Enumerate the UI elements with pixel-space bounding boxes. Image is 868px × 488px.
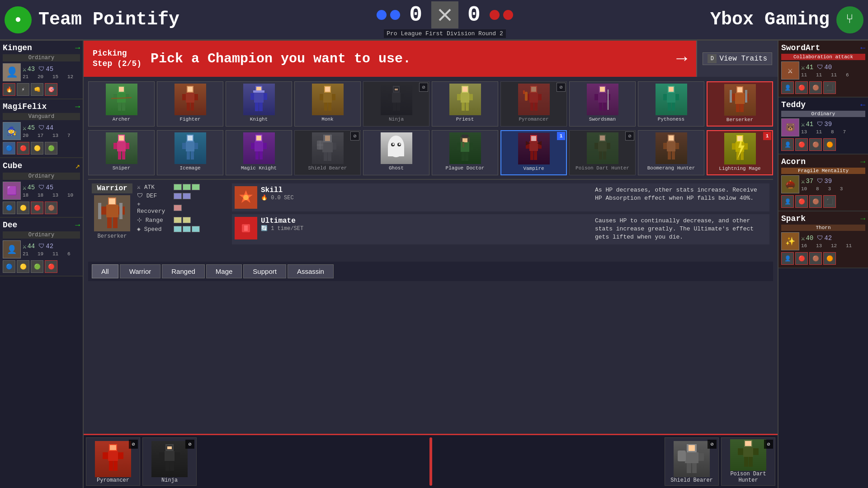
pick-count-lightning: 1 [763,132,771,140]
champion-name-plaguedoctor: Plague Doctor [446,165,485,171]
sub-avatar-3: 👊 [31,83,43,96]
sub-avatar-d-2: 🟡 [17,260,29,273]
filter-mage[interactable]: Mage [206,264,242,278]
ban-icon-shieldbearer: ⊘ [350,131,359,141]
score-vs [431,1,458,28]
sub-ac-2: 🔴 [795,195,808,208]
top-bar: ● Team Pointify 0 0 Pro League First Div… [0,0,868,41]
champion-icemage[interactable]: Icemage [157,130,223,175]
champion-boomeranghunter[interactable]: Boomerang Hunter [638,130,704,175]
sub-sa-3: 🟤 [809,81,822,94]
filter-support[interactable]: Support [243,264,286,278]
sub-td-1: 👤 [781,138,794,151]
player-card-kingen: Kingen → Ordinary 👤 ⚔ 43 🛡 45 21 20 15 1… [0,41,83,99]
sub-avatars-acorn: 👤 🔴 🟤 ⬛ [781,195,865,208]
filter-all[interactable]: All [92,264,118,278]
champion-lightningmage[interactable]: 1 Lightning Mage [707,130,773,175]
champion-grid-row1: Archer Fighter [88,81,773,127]
player-arrow-swordart: ← [860,43,865,52]
svg-rect-165 [119,203,123,219]
champion-priest[interactable]: Priest [432,81,498,127]
avatar-swordart: ⚔ [781,61,799,80]
sub-avatars-spark: 👤 🔴 🟤 🟠 [781,252,865,265]
champion-name-knight: Knight [250,117,268,122]
svg-rect-76 [740,104,744,112]
champion-plaguedoctor[interactable]: Plague Doctor [432,130,498,175]
ban-icon-pyromancer: ⊘ [557,83,566,92]
champion-magicknight[interactable]: Magic Knight [226,130,292,175]
ultimate-icon [235,217,257,239]
svg-rect-95 [255,141,263,151]
detail-champ-tag: Berserker [98,233,127,239]
champion-swordsman[interactable]: Swordsman [569,81,636,127]
champion-name-swordsman: Swordsman [589,117,616,122]
champion-pyromancer[interactable]: ⊘ Pyrom [500,81,567,127]
champion-name-lightningmage: Lightning Mage [719,166,760,171]
champion-knight[interactable]: Knight [226,81,292,127]
champion-name-vampire: Vampire [523,166,544,171]
sub-td-4: 🟠 [823,138,836,151]
svg-rect-58 [594,94,598,100]
svg-rect-45 [466,103,469,111]
filter-ranged[interactable]: Ranged [162,264,205,278]
svg-rect-99 [259,151,263,160]
champion-ninja[interactable]: ⊘ Ninja [363,81,429,127]
stat-bar-rec-1 [174,205,182,211]
svg-rect-88 [186,141,194,151]
champion-sprite-pythoness [656,84,687,115]
svg-rect-97 [263,143,267,149]
champion-fighter[interactable]: Fighter [157,81,223,127]
svg-rect-90 [194,143,198,149]
champion-name-magicknight: Magic Knight [241,165,277,171]
champion-archer[interactable]: Archer [88,81,155,127]
right-sidebar: SwordArt ← Collaboration attack ⚔ ⚔ 41 🛡… [778,41,868,488]
stat-def-kingen: 🛡 45 [38,66,53,73]
avatar-kingen: 👤 [3,63,21,81]
stat-def-teddy: 🛡 39 [817,121,832,128]
champion-sprite-magicknight [243,132,275,164]
champion-berserker[interactable]: Berserker [707,81,773,127]
svg-rect-180 [165,451,175,461]
player-role-cube: Ordinary [3,173,80,180]
svg-rect-188 [685,452,698,463]
champion-name-archer: Archer [113,117,131,122]
champion-pythoness[interactable]: Pythoness [638,81,704,127]
main-layout: Kingen → Ordinary 👤 ⚔ 43 🛡 45 21 20 15 1… [0,41,868,488]
champion-sniper[interactable]: Sniper [88,130,155,175]
svg-rect-18 [254,92,264,103]
svg-rect-163 [113,217,118,228]
svg-point-117 [399,143,401,145]
sub-avatars-dee: 🔵 🟡 🟢 🔴 [3,260,80,273]
svg-rect-96 [251,143,255,149]
champion-monk[interactable]: Monk [294,81,361,127]
svg-rect-126 [462,142,464,147]
champion-name-sniper: Sniper [113,165,131,171]
dot-red-2 [503,10,513,20]
stat-atk-dee: ⚔ 44 [23,243,35,250]
champion-ghost[interactable]: Ghost [363,130,429,175]
svg-rect-51 [530,103,533,111]
view-traits-button[interactable]: D View Traits [703,52,772,65]
filter-warrior[interactable]: Warrior [120,264,161,278]
champion-poisondarthunter[interactable]: ⊘ Poison Dart Hunter [569,130,636,175]
score-left: 0 [409,3,422,27]
stat-atk-magifelix: ⚔ 45 [23,124,35,132]
champion-sprite-shieldbearer [312,132,344,164]
champion-name-pyromancer: Pyromancer [519,117,548,122]
svg-rect-24 [253,90,264,93]
svg-rect-86 [119,136,124,141]
player-name-kingen: Kingen [3,43,32,52]
stat-bar-atk-1 [174,184,182,190]
sub-ac-3: 🟤 [809,195,822,208]
svg-rect-57 [598,93,607,103]
champion-name-shieldbearer: Shield Bearer [308,165,347,171]
skill-timing: 🔥 0.0 SEC [261,194,591,201]
svg-rect-102 [322,142,333,152]
filter-assassin[interactable]: Assassin [288,264,334,278]
champion-vampire[interactable]: 1 Vampi [500,130,567,175]
stat-bars-def [174,193,191,199]
svg-point-168 [243,195,249,200]
svg-rect-194 [678,450,686,461]
champion-shieldbearer[interactable]: ⊘ [294,130,361,175]
team-left-icon: ● [5,6,32,33]
